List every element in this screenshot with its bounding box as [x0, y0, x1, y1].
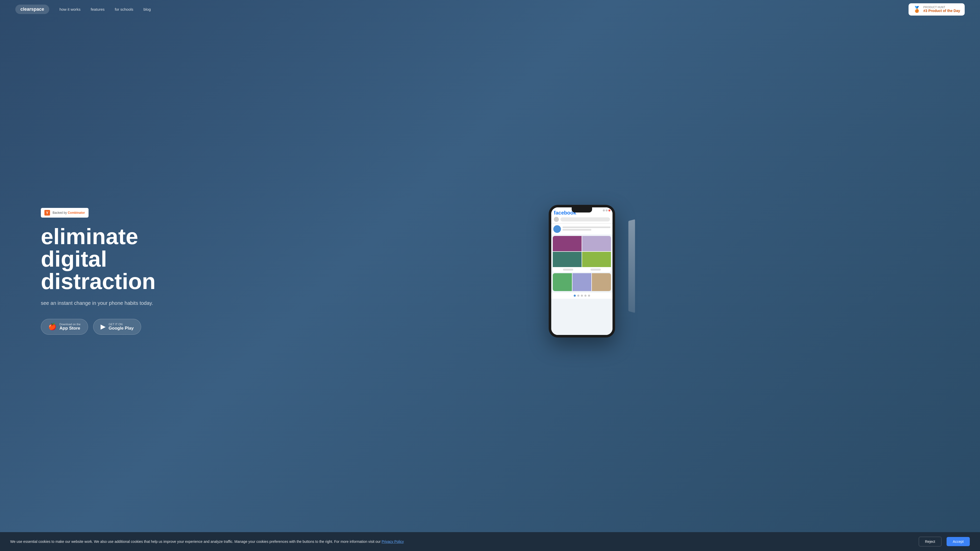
dot-3 — [581, 295, 583, 297]
reject-button[interactable]: Reject — [919, 537, 942, 546]
yc-badge: Y Backed by Combinator — [41, 208, 89, 218]
app-store-label-large: App Store — [59, 326, 81, 331]
yc-logo-icon: Y — [45, 210, 50, 216]
product-hunt-eyebrow: PRODUCT HUNT — [923, 6, 960, 9]
hero-subtitle: see an instant change in your phone habi… — [41, 300, 194, 306]
privacy-policy-link[interactable]: Privacy Policy — [382, 540, 404, 544]
fb-search-bar — [554, 217, 610, 222]
product-hunt-badge[interactable]: 🥉 PRODUCT HUNT #3 Product of the Day — [908, 3, 965, 16]
logo[interactable]: clearspace — [15, 5, 49, 14]
img-green2 — [553, 273, 572, 291]
fb-search-pill — [560, 218, 610, 221]
medal-icon: 🥉 — [913, 6, 921, 13]
phone-shadow — [628, 219, 635, 313]
accept-button[interactable]: Accept — [947, 537, 970, 546]
dot-4 — [584, 295, 587, 297]
nav-how-it-works[interactable]: how it works — [59, 7, 81, 11]
action-pill-2 — [590, 268, 601, 271]
story-line-2 — [563, 229, 591, 230]
app-store-label-small: Download on the — [59, 323, 81, 326]
yc-prefix: Backed by — [52, 211, 67, 214]
apple-icon: 🍎 — [48, 323, 56, 330]
yc-text: Backed by Combinator — [52, 211, 85, 214]
product-hunt-title: #3 Product of the Day — [923, 9, 960, 13]
cta-buttons: 🍎 Download on the App Store ▶ GET IT ON … — [41, 319, 194, 335]
fb-card-2 — [553, 273, 611, 291]
nav-blog[interactable]: blog — [143, 7, 151, 11]
headline-line2: digital — [41, 246, 107, 272]
dot-red — [608, 210, 611, 211]
google-play-label-large: Google Play — [109, 326, 134, 331]
nav-links: how it works features for schools blog — [59, 7, 151, 12]
cookie-text: We use essential cookies to make our web… — [10, 539, 914, 545]
fb-story-row — [551, 224, 612, 234]
fb-card-2-images — [553, 273, 611, 291]
phone-screen: facebook — [551, 207, 612, 335]
story-lines — [563, 227, 611, 232]
navbar: clearspace how it works features for sch… — [0, 0, 980, 19]
dot-2 — [577, 295, 579, 297]
img-purple — [553, 236, 582, 251]
img-teal — [553, 252, 582, 267]
google-play-label-small: GET IT ON — [109, 323, 134, 326]
img-indigo — [573, 273, 592, 291]
dot2 — [606, 210, 608, 211]
yc-brand: Combinator — [68, 211, 85, 214]
app-store-text: Download on the App Store — [59, 323, 81, 331]
fb-avatar-tiny — [554, 217, 559, 222]
headline: eliminate digital distraction — [41, 225, 194, 292]
headline-line1: eliminate — [41, 224, 138, 249]
fb-card-1-actions — [553, 267, 611, 272]
story-line-1 — [563, 227, 611, 228]
hero-section: Y Backed by Combinator eliminate digital… — [0, 19, 980, 534]
phone-mockup: facebook — [549, 205, 615, 338]
dot-5 — [588, 295, 590, 297]
img-lavender — [582, 236, 611, 251]
fb-card-1 — [553, 236, 611, 272]
nav-for-schools[interactable]: for schools — [115, 7, 134, 11]
img-tan — [592, 273, 611, 291]
phone-wrapper: facebook — [549, 205, 615, 338]
product-hunt-text: PRODUCT HUNT #3 Product of the Day — [923, 6, 960, 13]
google-play-button[interactable]: ▶ GET IT ON Google Play — [93, 319, 141, 335]
action-pill-1 — [563, 268, 573, 271]
hero-right: facebook — [215, 205, 950, 338]
hero-left: Y Backed by Combinator eliminate digital… — [41, 208, 194, 335]
fb-card-1-images — [553, 236, 611, 267]
headline-line3: distraction — [41, 268, 156, 294]
nav-features[interactable]: features — [91, 7, 105, 11]
story-circle — [553, 225, 561, 233]
phone-dots — [551, 292, 612, 299]
cookie-banner: We use essential cookies to make our web… — [0, 532, 980, 551]
cookie-main-text: We use essential cookies to make our web… — [10, 540, 380, 544]
fb-feed — [551, 234, 612, 292]
img-green — [582, 252, 611, 267]
app-store-button[interactable]: 🍎 Download on the App Store — [41, 319, 88, 335]
dot-active — [574, 295, 576, 297]
google-play-text: GET IT ON Google Play — [109, 323, 134, 331]
fb-window-dots — [603, 210, 611, 211]
dot1 — [603, 210, 605, 211]
google-play-icon: ▶ — [100, 323, 106, 330]
phone-notch — [572, 207, 592, 213]
